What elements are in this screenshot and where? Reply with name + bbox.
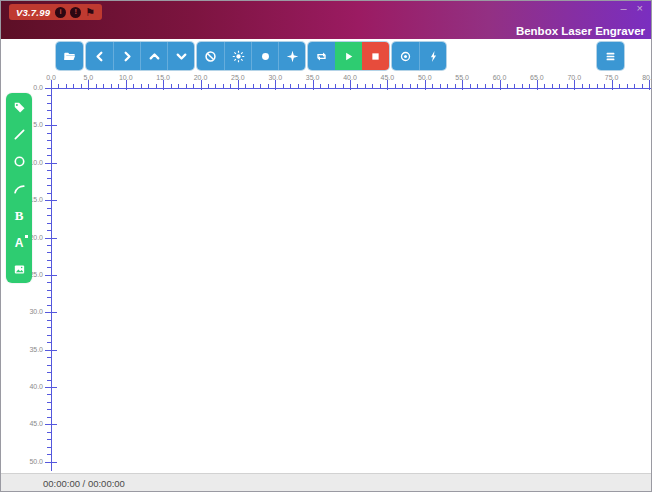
arc-tool-button[interactable] bbox=[9, 179, 29, 198]
v-ruler-major-tick bbox=[45, 387, 57, 388]
h-ruler-minor-tick bbox=[328, 84, 329, 88]
h-ruler-major-tick bbox=[425, 80, 426, 90]
h-ruler-minor-tick bbox=[440, 84, 441, 88]
repeat-button[interactable] bbox=[308, 42, 335, 70]
v-ruler-minor-tick bbox=[47, 409, 51, 410]
h-ruler-major-tick bbox=[238, 80, 239, 90]
h-ruler-minor-tick bbox=[268, 84, 269, 88]
h-ruler-major-tick bbox=[88, 80, 89, 90]
tag-icon bbox=[13, 101, 26, 114]
canvas-workspace[interactable]: 0.05.010.015.020.025.030.035.040.045.050… bbox=[1, 73, 651, 473]
menu-group bbox=[597, 42, 624, 70]
laser-off-button[interactable] bbox=[197, 42, 224, 70]
h-ruler-label: 60.0 bbox=[487, 74, 513, 81]
laser-sparkle-button[interactable] bbox=[278, 42, 305, 70]
h-ruler-minor-tick bbox=[133, 84, 134, 88]
h-ruler-minor-tick bbox=[380, 84, 381, 88]
h-ruler-minor-tick bbox=[485, 84, 486, 88]
h-ruler-minor-tick bbox=[544, 84, 545, 88]
v-ruler-minor-tick bbox=[47, 178, 51, 179]
h-ruler-minor-tick bbox=[111, 84, 112, 88]
h-ruler-minor-tick bbox=[432, 84, 433, 88]
power-group bbox=[392, 42, 446, 70]
v-ruler-minor-tick bbox=[47, 208, 51, 209]
v-ruler-label: 45.0 bbox=[21, 420, 43, 427]
repeat-icon bbox=[315, 50, 328, 63]
h-ruler-minor-tick bbox=[223, 84, 224, 88]
jog-right-button[interactable] bbox=[113, 42, 140, 70]
bolt-icon bbox=[427, 50, 440, 63]
h-ruler-minor-tick bbox=[642, 84, 643, 88]
play-button[interactable] bbox=[335, 42, 362, 70]
v-ruler-minor-tick bbox=[47, 185, 51, 186]
h-ruler-label: 25.0 bbox=[225, 74, 251, 81]
v-ruler-major-tick bbox=[45, 163, 57, 164]
h-ruler-minor-tick bbox=[245, 84, 246, 88]
stop-button[interactable] bbox=[362, 42, 389, 70]
h-ruler-minor-tick bbox=[619, 84, 620, 88]
h-ruler-minor-tick bbox=[582, 84, 583, 88]
h-ruler-minor-tick bbox=[470, 84, 471, 88]
file-group bbox=[56, 42, 83, 70]
jog-left-button[interactable] bbox=[86, 42, 113, 70]
window-controls: – × bbox=[620, 1, 643, 15]
flag-icon[interactable]: ⚑ bbox=[85, 7, 95, 18]
h-ruler-minor-tick bbox=[73, 84, 74, 88]
v-ruler-minor-tick bbox=[47, 155, 51, 156]
tag-tool-button[interactable] bbox=[9, 98, 29, 117]
app-window: V3.7.99 i!⚑ – × Benbox Laser Engraver 0.… bbox=[0, 0, 652, 492]
info-circle-icon[interactable]: i bbox=[55, 7, 66, 18]
h-ruler-label: 65.0 bbox=[524, 74, 550, 81]
laser-low-button[interactable] bbox=[224, 42, 251, 70]
h-ruler-minor-tick bbox=[178, 84, 179, 88]
image-tool-button[interactable] bbox=[9, 260, 29, 279]
v-ruler-minor-tick bbox=[47, 320, 51, 321]
h-ruler-minor-tick bbox=[208, 84, 209, 88]
v-ruler-major-tick bbox=[45, 200, 57, 201]
circle-icon bbox=[13, 155, 26, 168]
jog-up-button[interactable] bbox=[140, 42, 167, 70]
h-ruler-minor-tick bbox=[417, 84, 418, 88]
close-button[interactable]: × bbox=[637, 1, 643, 15]
h-ruler-minor-tick bbox=[230, 84, 231, 88]
jog-group bbox=[86, 42, 194, 70]
v-ruler-major-tick bbox=[45, 350, 57, 351]
alert-circle-icon[interactable]: ! bbox=[70, 7, 81, 18]
h-ruler-minor-tick bbox=[357, 84, 358, 88]
h-ruler-label: 30.0 bbox=[262, 74, 288, 81]
h-ruler-minor-tick bbox=[118, 84, 119, 88]
h-ruler-minor-tick bbox=[410, 84, 411, 88]
circle-tool-button[interactable] bbox=[9, 152, 29, 171]
open-file-button[interactable] bbox=[56, 42, 83, 70]
v-ruler-minor-tick bbox=[47, 417, 51, 418]
h-ruler-minor-tick bbox=[66, 84, 67, 88]
v-ruler-minor-tick bbox=[47, 282, 51, 283]
v-ruler-minor-tick bbox=[47, 95, 51, 96]
v-ruler-major-tick bbox=[45, 88, 57, 89]
bolt-button[interactable] bbox=[419, 42, 446, 70]
v-ruler-minor-tick bbox=[47, 335, 51, 336]
h-ruler-minor-tick bbox=[171, 84, 172, 88]
chevron-down-icon bbox=[175, 50, 188, 63]
v-ruler-minor-tick bbox=[47, 305, 51, 306]
line-tool-button[interactable] bbox=[9, 125, 29, 144]
bold-text-tool-button[interactable]: B bbox=[9, 206, 29, 225]
menu-button[interactable] bbox=[597, 42, 624, 70]
app-title: Benbox Laser Engraver bbox=[516, 25, 645, 37]
line-icon bbox=[13, 128, 26, 141]
h-ruler-label: 80.0 bbox=[636, 74, 651, 81]
h-ruler-label: 15.0 bbox=[150, 74, 176, 81]
h-ruler-minor-tick bbox=[627, 84, 628, 88]
h-ruler-major-tick bbox=[201, 80, 202, 90]
h-ruler-minor-tick bbox=[365, 84, 366, 88]
jog-down-button[interactable] bbox=[167, 42, 194, 70]
v-ruler-minor-tick bbox=[47, 260, 51, 261]
minimize-button[interactable]: – bbox=[620, 1, 626, 15]
laser-dot-button[interactable] bbox=[251, 42, 278, 70]
h-ruler-minor-tick bbox=[156, 84, 157, 88]
text-tool-button[interactable]: A bbox=[9, 233, 29, 252]
h-ruler-major-tick bbox=[275, 80, 276, 90]
h-ruler-minor-tick bbox=[141, 84, 142, 88]
record-button[interactable] bbox=[392, 42, 419, 70]
v-ruler-minor-tick bbox=[47, 372, 51, 373]
